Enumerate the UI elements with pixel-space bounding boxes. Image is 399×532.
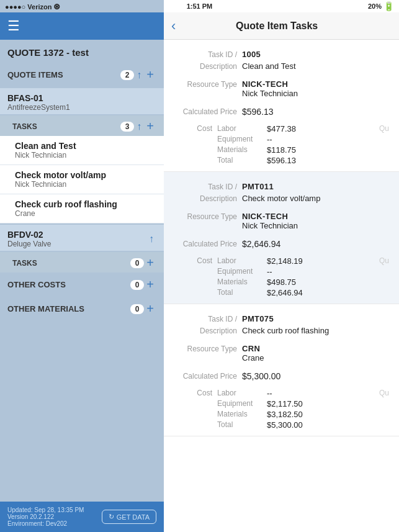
left-footer: Updated: Sep 28, 13:35 PM Version 20.2.1… (0, 502, 164, 532)
calc-price-label-1: Calculated Price (174, 107, 242, 116)
qu-label-1: Qu (370, 124, 389, 133)
materials-label-2: Materials (217, 277, 267, 286)
total-value-2: $2,646.94 (267, 288, 389, 297)
calc-price-label-3: Calculated Price (174, 371, 242, 381)
total-value-3: $5,300.00 (267, 420, 389, 430)
task-item-check-motor-name: Check motor volt/amp (15, 170, 156, 180)
quote-items-label: QUOTE ITEMS (7, 70, 120, 79)
get-data-icon: ↻ (109, 513, 114, 521)
quote-items-up-icon[interactable]: ↑ (134, 70, 144, 81)
task-section-1005: Task ID / 1005 Description Clean and Tes… (164, 40, 399, 172)
task-item-clean-test-sub: Nick Technician (15, 151, 156, 160)
description-label-2: Description (174, 194, 242, 203)
resource-type-name-1: Nick Technician (242, 89, 298, 98)
other-materials-label: OTHER MATERIALS (7, 304, 130, 313)
bfas01-tasks-up-icon[interactable]: ↑ (134, 121, 144, 132)
bfdv02-tasks-add-icon[interactable]: + (144, 256, 156, 270)
task-id-label-2: Task ID / (174, 182, 242, 191)
quote-items-badge: 2 (120, 70, 135, 80)
resource-type-name-2: Nick Technician (242, 221, 298, 230)
description-label-1: Description (174, 61, 242, 71)
labor-value-1: $477.38 (267, 124, 370, 133)
equipment-value-3: $2,117.50 (267, 399, 389, 408)
back-button[interactable]: ‹ (171, 18, 176, 34)
resource-type-label-1: Resource Type (174, 79, 242, 89)
description-label-3: Description (174, 326, 242, 335)
resource-type-label-3: Resource Type (174, 344, 242, 353)
description-value-1: Clean and Test (242, 61, 389, 71)
task-item-check-motor[interactable]: Check motor volt/amp Nick Technician (0, 165, 164, 194)
task-item-check-curb-sub: Crane (15, 209, 156, 218)
other-materials-row: OTHER MATERIALS 0 + (0, 297, 164, 321)
sidebar-toggle-icon[interactable]: ☰ (7, 18, 20, 34)
footer-env: Environment: Dev202 (7, 520, 84, 527)
materials-value-3: $3,182.50 (267, 410, 389, 419)
task-id-value-2: PMT011 (242, 182, 389, 191)
task-item-check-curb-name: Check curb roof flashing (15, 199, 156, 209)
description-value-2: Check motor volt/amp (242, 194, 389, 203)
resource-type-code-1: NICK-TECH (242, 79, 298, 89)
bfdv02-tasks-badge: 0 (130, 258, 145, 268)
other-costs-add-icon[interactable]: + (144, 277, 156, 292)
task-id-value-1: 1005 (242, 50, 389, 59)
other-materials-add-icon[interactable]: + (144, 302, 156, 316)
other-costs-row: OTHER COSTS 0 + (0, 273, 164, 297)
total-value-1: $596.13 (267, 156, 389, 165)
bfas01-tasks-add-icon[interactable]: + (144, 119, 156, 133)
qu-label-3: Qu (370, 389, 389, 397)
resource-type-code-3: CRN (242, 344, 264, 353)
quote-item-bfdv02: BFDV-02 Deluge Valve ↑ (0, 225, 164, 251)
equipment-label-1: Equipment (217, 135, 267, 143)
materials-value-1: $118.75 (267, 145, 389, 155)
labor-label-1: Labor (217, 124, 267, 133)
quote-items-add-icon[interactable]: + (144, 68, 156, 82)
cost-label-2: Cost (174, 256, 217, 265)
equipment-label-3: Equipment (217, 399, 267, 408)
get-data-button[interactable]: ↻ GET DATA (102, 510, 156, 524)
quote-item-bfdv02-name: BFDV-02 (7, 230, 52, 240)
task-section-pmt011: Task ID / PMT011 Description Check motor… (164, 172, 399, 304)
resource-type-label-2: Resource Type (174, 212, 242, 221)
total-label-3: Total (217, 420, 267, 429)
other-costs-badge: 0 (130, 280, 145, 290)
other-costs-label: OTHER COSTS (7, 280, 130, 289)
quote-item-bfdv02-sub: Deluge Valve (7, 240, 52, 248)
task-id-value-3: PMT075 (242, 314, 389, 323)
labor-label-3: Labor (217, 389, 267, 397)
quote-item-bfas01: BFAS-01 AntifreezeSystem1 (0, 88, 164, 114)
bfas01-tasks-row: TASKS 3 ↑ + (0, 115, 164, 136)
right-panel: ‹ Quote Item Tasks Task ID / 1005 Descri… (164, 0, 399, 532)
footer-version: Version 20.2.122 (7, 513, 84, 520)
calc-price-value-2: $2,646.94 (242, 239, 389, 249)
bfdv02-up-icon[interactable]: ↑ (146, 233, 156, 245)
materials-label-1: Materials (217, 145, 267, 154)
task-item-check-motor-sub: Nick Technician (15, 180, 156, 189)
quote-title: QUOTE 1372 - test (0, 40, 164, 63)
quote-items-section: QUOTE ITEMS 2 ↑ + (0, 63, 164, 87)
calc-price-value-3: $5,300.00 (242, 371, 389, 381)
task-section-pmt075: Task ID / PMT075 Description Check curb … (164, 304, 399, 436)
bfas01-tasks-badge: 3 (120, 122, 135, 132)
quote-item-bfas01-name: BFAS-01 (7, 93, 156, 103)
task-item-clean-test[interactable]: Clean and Test Nick Technician (0, 136, 164, 165)
equipment-label-2: Equipment (217, 267, 267, 276)
calc-price-label-2: Calculated Price (174, 239, 242, 248)
right-content: Task ID / 1005 Description Clean and Tes… (164, 40, 399, 532)
labor-value-3: -- (267, 389, 370, 398)
get-data-label: GET DATA (117, 513, 150, 521)
left-header: ☰ (0, 12, 164, 40)
calc-price-value-1: $596.13 (242, 107, 389, 117)
resource-type-name-3: Crane (242, 353, 264, 363)
task-item-clean-test-name: Clean and Test (15, 141, 156, 151)
task-item-check-curb[interactable]: Check curb roof flashing Crane (0, 194, 164, 223)
labor-label-2: Labor (217, 256, 267, 265)
description-value-3: Check curb roof flashing (242, 326, 389, 335)
other-materials-badge: 0 (130, 304, 145, 314)
materials-label-3: Materials (217, 410, 267, 418)
footer-updated: Updated: Sep 28, 13:35 PM (7, 507, 84, 513)
total-label-1: Total (217, 156, 267, 165)
bfas01-tasks-label: TASKS (12, 122, 120, 131)
right-header: ‹ Quote Item Tasks (164, 12, 399, 40)
equipment-value-1: -- (267, 135, 389, 144)
qu-label-2: Qu (370, 256, 389, 265)
